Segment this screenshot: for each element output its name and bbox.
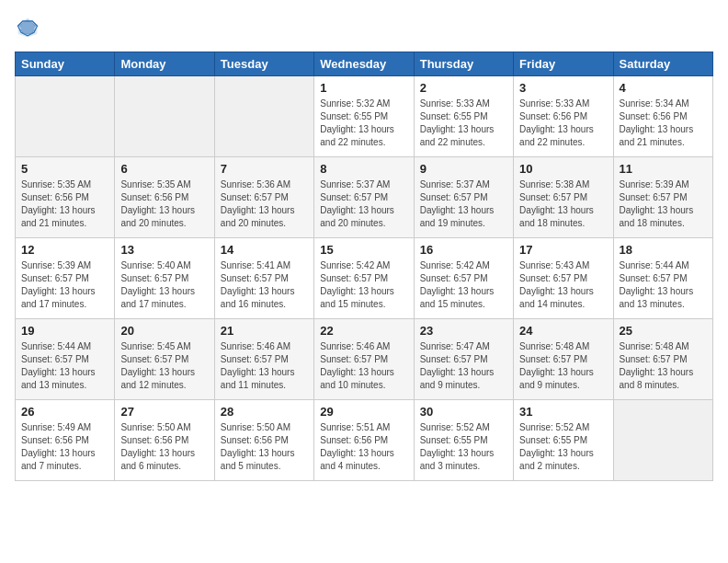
day-number: 11	[620, 162, 707, 176]
calendar-header-row: SundayMondayTuesdayWednesdayThursdayFrid…	[16, 52, 713, 76]
calendar-cell: 14Sunrise: 5:41 AM Sunset: 6:57 PM Dayli…	[214, 238, 313, 319]
day-info: Sunrise: 5:51 AM Sunset: 6:56 PM Dayligh…	[320, 421, 407, 473]
calendar-cell: 1Sunrise: 5:32 AM Sunset: 6:55 PM Daylig…	[314, 76, 414, 157]
day-info: Sunrise: 5:52 AM Sunset: 6:55 PM Dayligh…	[420, 421, 507, 473]
calendar-cell: 5Sunrise: 5:35 AM Sunset: 6:56 PM Daylig…	[16, 157, 115, 238]
day-number: 15	[320, 243, 407, 257]
day-number: 13	[120, 243, 208, 257]
day-info: Sunrise: 5:37 AM Sunset: 6:57 PM Dayligh…	[420, 178, 507, 230]
calendar-cell: 10Sunrise: 5:38 AM Sunset: 6:57 PM Dayli…	[514, 157, 613, 238]
calendar-cell: 27Sunrise: 5:50 AM Sunset: 6:56 PM Dayli…	[115, 400, 214, 481]
calendar-cell	[214, 76, 313, 157]
day-number: 10	[519, 162, 607, 176]
calendar-cell	[16, 76, 115, 157]
weekday-header: Friday	[514, 52, 613, 76]
day-info: Sunrise: 5:48 AM Sunset: 6:57 PM Dayligh…	[519, 340, 607, 392]
day-info: Sunrise: 5:46 AM Sunset: 6:57 PM Dayligh…	[221, 340, 308, 392]
day-info: Sunrise: 5:41 AM Sunset: 6:57 PM Dayligh…	[221, 259, 308, 311]
calendar-cell: 15Sunrise: 5:42 AM Sunset: 6:57 PM Dayli…	[314, 238, 414, 319]
day-info: Sunrise: 5:43 AM Sunset: 6:57 PM Dayligh…	[519, 259, 607, 311]
day-number: 19	[21, 324, 108, 338]
day-info: Sunrise: 5:45 AM Sunset: 6:57 PM Dayligh…	[120, 340, 208, 392]
day-info: Sunrise: 5:33 AM Sunset: 6:56 PM Dayligh…	[519, 98, 607, 149]
day-number: 7	[221, 162, 308, 176]
calendar-cell: 16Sunrise: 5:42 AM Sunset: 6:57 PM Dayli…	[414, 238, 513, 319]
day-info: Sunrise: 5:38 AM Sunset: 6:57 PM Dayligh…	[519, 178, 607, 230]
day-info: Sunrise: 5:33 AM Sunset: 6:55 PM Dayligh…	[420, 98, 507, 149]
calendar-cell	[613, 400, 712, 481]
calendar-cell: 30Sunrise: 5:52 AM Sunset: 6:55 PM Dayli…	[414, 400, 513, 481]
logo-icon	[15, 15, 40, 40]
calendar-cell: 29Sunrise: 5:51 AM Sunset: 6:56 PM Dayli…	[314, 400, 414, 481]
day-number: 14	[221, 243, 308, 257]
calendar-table: SundayMondayTuesdayWednesdayThursdayFrid…	[15, 52, 713, 481]
day-info: Sunrise: 5:48 AM Sunset: 6:57 PM Dayligh…	[620, 340, 707, 392]
day-number: 9	[420, 162, 507, 176]
day-info: Sunrise: 5:32 AM Sunset: 6:55 PM Dayligh…	[320, 98, 407, 149]
calendar-cell: 22Sunrise: 5:46 AM Sunset: 6:57 PM Dayli…	[314, 319, 414, 400]
day-number: 12	[21, 243, 108, 257]
weekday-header: Monday	[115, 52, 214, 76]
calendar-cell: 7Sunrise: 5:36 AM Sunset: 6:57 PM Daylig…	[214, 157, 313, 238]
calendar-cell: 18Sunrise: 5:44 AM Sunset: 6:57 PM Dayli…	[613, 238, 712, 319]
calendar-week-row: 12Sunrise: 5:39 AM Sunset: 6:57 PM Dayli…	[16, 238, 713, 319]
day-info: Sunrise: 5:34 AM Sunset: 6:56 PM Dayligh…	[620, 98, 707, 149]
calendar-cell: 11Sunrise: 5:39 AM Sunset: 6:57 PM Dayli…	[613, 157, 712, 238]
day-number: 24	[519, 324, 607, 338]
day-info: Sunrise: 5:39 AM Sunset: 6:57 PM Dayligh…	[620, 178, 707, 230]
weekday-header: Wednesday	[314, 52, 414, 76]
day-number: 26	[21, 405, 108, 419]
day-info: Sunrise: 5:36 AM Sunset: 6:57 PM Dayligh…	[221, 178, 308, 230]
logo	[15, 15, 44, 40]
day-number: 17	[519, 243, 607, 257]
calendar-cell: 25Sunrise: 5:48 AM Sunset: 6:57 PM Dayli…	[613, 319, 712, 400]
calendar-cell: 13Sunrise: 5:40 AM Sunset: 6:57 PM Dayli…	[115, 238, 214, 319]
day-number: 4	[620, 81, 707, 95]
calendar-cell: 2Sunrise: 5:33 AM Sunset: 6:55 PM Daylig…	[414, 76, 513, 157]
weekday-header: Saturday	[613, 52, 712, 76]
day-info: Sunrise: 5:50 AM Sunset: 6:56 PM Dayligh…	[120, 421, 208, 473]
day-number: 20	[120, 324, 208, 338]
calendar-week-row: 19Sunrise: 5:44 AM Sunset: 6:57 PM Dayli…	[16, 319, 713, 400]
day-number: 3	[519, 81, 607, 95]
calendar-cell: 20Sunrise: 5:45 AM Sunset: 6:57 PM Dayli…	[115, 319, 214, 400]
calendar-cell: 17Sunrise: 5:43 AM Sunset: 6:57 PM Dayli…	[514, 238, 613, 319]
weekday-header: Sunday	[16, 52, 115, 76]
page-header	[15, 15, 713, 40]
weekday-header: Thursday	[414, 52, 513, 76]
day-info: Sunrise: 5:42 AM Sunset: 6:57 PM Dayligh…	[420, 259, 507, 311]
calendar-cell: 21Sunrise: 5:46 AM Sunset: 6:57 PM Dayli…	[214, 319, 313, 400]
day-number: 1	[320, 81, 407, 95]
day-number: 23	[420, 324, 507, 338]
day-info: Sunrise: 5:35 AM Sunset: 6:56 PM Dayligh…	[21, 178, 108, 230]
day-number: 8	[320, 162, 407, 176]
day-info: Sunrise: 5:50 AM Sunset: 6:56 PM Dayligh…	[221, 421, 308, 473]
day-info: Sunrise: 5:35 AM Sunset: 6:56 PM Dayligh…	[120, 178, 208, 230]
day-number: 2	[420, 81, 507, 95]
day-number: 21	[221, 324, 308, 338]
day-number: 31	[519, 405, 607, 419]
day-info: Sunrise: 5:47 AM Sunset: 6:57 PM Dayligh…	[420, 340, 507, 392]
calendar-cell: 24Sunrise: 5:48 AM Sunset: 6:57 PM Dayli…	[514, 319, 613, 400]
calendar-cell: 19Sunrise: 5:44 AM Sunset: 6:57 PM Dayli…	[16, 319, 115, 400]
calendar-cell: 23Sunrise: 5:47 AM Sunset: 6:57 PM Dayli…	[414, 319, 513, 400]
day-info: Sunrise: 5:42 AM Sunset: 6:57 PM Dayligh…	[320, 259, 407, 311]
weekday-header: Tuesday	[214, 52, 313, 76]
day-number: 25	[620, 324, 707, 338]
calendar-cell: 6Sunrise: 5:35 AM Sunset: 6:56 PM Daylig…	[115, 157, 214, 238]
calendar-cell: 12Sunrise: 5:39 AM Sunset: 6:57 PM Dayli…	[16, 238, 115, 319]
day-number: 27	[120, 405, 208, 419]
day-number: 6	[120, 162, 208, 176]
calendar-cell: 28Sunrise: 5:50 AM Sunset: 6:56 PM Dayli…	[214, 400, 313, 481]
day-number: 5	[21, 162, 108, 176]
day-info: Sunrise: 5:52 AM Sunset: 6:55 PM Dayligh…	[519, 421, 607, 473]
calendar-week-row: 1Sunrise: 5:32 AM Sunset: 6:55 PM Daylig…	[16, 76, 713, 157]
day-number: 22	[320, 324, 407, 338]
calendar-cell: 3Sunrise: 5:33 AM Sunset: 6:56 PM Daylig…	[514, 76, 613, 157]
day-number: 29	[320, 405, 407, 419]
calendar-week-row: 5Sunrise: 5:35 AM Sunset: 6:56 PM Daylig…	[16, 157, 713, 238]
day-info: Sunrise: 5:44 AM Sunset: 6:57 PM Dayligh…	[620, 259, 707, 311]
day-number: 28	[221, 405, 308, 419]
calendar-cell: 26Sunrise: 5:49 AM Sunset: 6:56 PM Dayli…	[16, 400, 115, 481]
day-info: Sunrise: 5:44 AM Sunset: 6:57 PM Dayligh…	[21, 340, 108, 392]
